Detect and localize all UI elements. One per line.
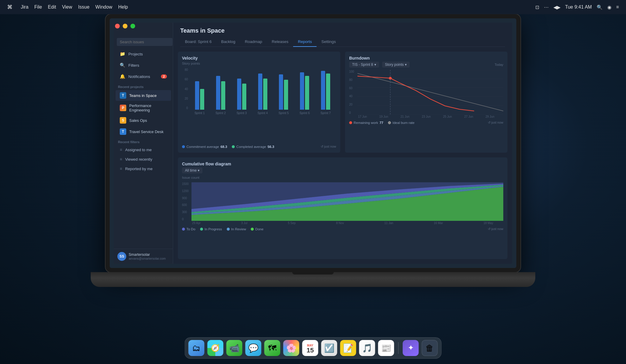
tab-roadmap[interactable]: Roadmap xyxy=(240,37,267,47)
sidebar-item-teams-space[interactable]: T Teams in Space xyxy=(116,90,171,101)
screen-inner: + 📁 Projects 🔍 Filters 🔔 xyxy=(110,18,516,268)
tab-settings[interactable]: Settings xyxy=(317,37,341,47)
dock-linear[interactable]: ✦ xyxy=(403,340,419,356)
desktop: ⌘ Jira File Edit View Issue Window Help … xyxy=(0,0,626,364)
remaining-work-dot xyxy=(349,121,352,124)
menu-issue[interactable]: Issue xyxy=(78,4,90,10)
burndown-chart-area: 100 80 60 40 20 0 xyxy=(349,70,503,114)
svg-line-7 xyxy=(357,74,503,111)
sidebar: + 📁 Projects 🔍 Filters 🔔 xyxy=(114,23,173,264)
velocity-bars xyxy=(189,68,336,110)
user-email: aevans@smartersolar.com xyxy=(129,257,166,260)
maximize-button[interactable] xyxy=(130,24,135,28)
velocity-chart-panel: Velocity Story points 80 60 40 20 0 xyxy=(178,52,340,153)
burndown-svg xyxy=(357,70,503,114)
sidebar-item-label: Filters xyxy=(128,63,139,68)
sidebar-item-viewed-recently[interactable]: ≡ Viewed recently xyxy=(116,155,171,164)
burndown-sprint-selector[interactable]: TIS - Sprint 8 ▾ xyxy=(349,62,379,68)
filter-label: Reported by me xyxy=(125,167,153,171)
siri-icon[interactable]: ◉ xyxy=(607,4,611,10)
completed-bar xyxy=(305,76,309,110)
close-button[interactable] xyxy=(115,24,120,28)
flow-time-selector[interactable]: All time ▾ xyxy=(182,167,202,173)
menu-view[interactable]: View xyxy=(62,4,72,10)
completed-bar xyxy=(200,89,204,110)
search-icon[interactable]: 🔍 xyxy=(597,4,603,10)
dock-finder[interactable]: 🗂 xyxy=(189,340,205,356)
sprint-group xyxy=(274,74,293,110)
sidebar-item-notifications[interactable]: 🔔 Notifications 2 xyxy=(116,71,171,82)
legend-remaining-work: Remaining work 77 xyxy=(349,121,383,124)
sidebar-item-assigned-to-me[interactable]: ≡ Assigned to me xyxy=(116,145,171,154)
tabs-row: Board: Sprint 6 Backlog Roadmap Releases… xyxy=(180,37,505,47)
menu-jira[interactable]: Jira xyxy=(21,4,28,10)
tab-board[interactable]: Board: Sprint 6 xyxy=(180,37,216,47)
sprint-group xyxy=(253,74,272,110)
recent-filters-label: Recent filters xyxy=(114,137,173,145)
app-window: + 📁 Projects 🔍 Filters 🔔 xyxy=(114,23,512,264)
notifications-icon: 🔔 xyxy=(120,74,125,79)
clock: Tue 9:41 AM xyxy=(565,4,592,10)
dock-reminders[interactable]: ☑️ xyxy=(321,340,337,356)
search-input[interactable] xyxy=(117,38,173,46)
burndown-metric-selector[interactable]: Story points ▾ xyxy=(382,62,410,68)
sidebar-item-filters[interactable]: 🔍 Filters xyxy=(116,60,171,71)
in-progress-dot xyxy=(200,228,203,231)
flow-svg xyxy=(191,182,503,221)
flow-refresh: ↺ just now xyxy=(488,227,503,231)
velocity-refresh: ↺ just now xyxy=(321,145,336,149)
recent-projects-label: Recent projects xyxy=(114,82,173,90)
legend-completed: Completed average 56.3 xyxy=(232,145,274,149)
sidebar-item-label: Notifications xyxy=(128,74,150,79)
project-label: Teams in Space xyxy=(129,93,157,98)
velocity-y-axis: 80 60 40 20 0 xyxy=(182,68,189,110)
avatar: SS xyxy=(117,252,126,261)
dock-calendar[interactable]: MAY 15 xyxy=(302,340,318,356)
flow-x-labels: 29 Apr 3 Jul 5 Sep 8 Nov 11 Jan 16 Mar 1… xyxy=(182,221,503,225)
sidebar-item-reported-by-me[interactable]: ≡ Reported by me xyxy=(116,164,171,173)
sidebar-item-performance-eng[interactable]: P Performance Engineering xyxy=(116,101,171,114)
menu-window[interactable]: Window xyxy=(95,4,112,10)
menu-help[interactable]: Help xyxy=(118,4,128,10)
filters-icon: 🔍 xyxy=(120,63,125,68)
sprint-group xyxy=(211,76,230,110)
sprint-group xyxy=(190,81,209,110)
filter-label: Viewed recently xyxy=(125,157,152,162)
dock-maps[interactable]: 🗺 xyxy=(264,340,280,356)
dock-notes[interactable]: 📝 xyxy=(340,340,356,356)
velocity-subtitle: Story points xyxy=(182,62,336,65)
control-center-icon[interactable]: ≡ xyxy=(616,4,619,10)
sidebar-footer[interactable]: SS Smartersolar aevans@smartersolar.com xyxy=(114,249,173,264)
minimize-button[interactable] xyxy=(123,24,127,28)
sidebar-item-projects[interactable]: 📁 Projects xyxy=(116,49,171,59)
dock-photos[interactable]: 🌸 xyxy=(283,340,299,356)
charts-area: Velocity Story points 80 60 40 20 0 xyxy=(173,47,512,264)
cumulative-flow-panel: Cumulative flow diagram All time ▾ Issue… xyxy=(178,157,507,259)
completed-dot xyxy=(232,145,235,148)
dock-news[interactable]: 📰 xyxy=(378,340,394,356)
sidebar-item-travel-service[interactable]: T Travel Service Desk xyxy=(116,126,171,137)
tab-reports[interactable]: Reports xyxy=(293,37,317,47)
tab-backlog[interactable]: Backlog xyxy=(216,37,240,47)
sidebar-item-sales-ops[interactable]: S Sales Ops xyxy=(116,115,171,126)
menu-file[interactable]: File xyxy=(34,4,42,10)
menu-edit[interactable]: Edit xyxy=(48,4,56,10)
dock-music[interactable]: 🎵 xyxy=(359,340,375,356)
filter-icon: ≡ xyxy=(120,147,122,152)
filter-icon: ≡ xyxy=(120,157,122,162)
dock-messages[interactable]: 💬 xyxy=(245,340,261,356)
dock-facetime[interactable]: 📹 xyxy=(226,340,242,356)
filter-icon: ≡ xyxy=(120,166,122,171)
burndown-refresh: ↺ just now xyxy=(488,121,503,124)
sidebar-item-label: Projects xyxy=(128,52,143,56)
dock-trash[interactable]: 🗑 xyxy=(422,340,438,356)
tab-releases[interactable]: Releases xyxy=(267,37,293,47)
completed-bar xyxy=(242,84,246,110)
sprint-group xyxy=(232,79,251,110)
legend-todo: To Do xyxy=(182,227,195,231)
cumulative-flow-controls: All time ▾ xyxy=(182,167,503,173)
cumulative-flow-title: Cumulative flow diagram xyxy=(182,162,503,166)
dock-safari[interactable]: 🧭 xyxy=(207,340,223,356)
sprint-group xyxy=(316,71,335,110)
wifi-icon: ⋯ xyxy=(544,4,549,10)
